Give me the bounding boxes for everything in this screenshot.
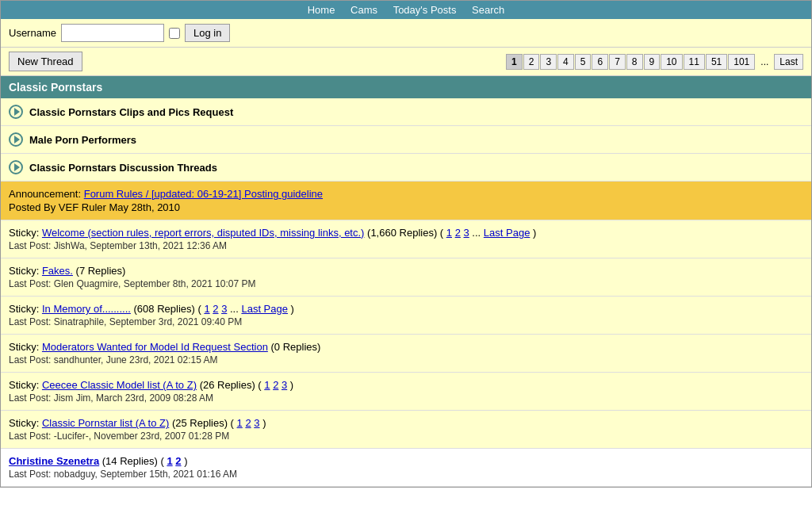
thread-row: Sticky: Fakes. (7 Replies) Last Post: Gl… bbox=[1, 258, 811, 297]
thread-lastpost: Last Post: Glen Quagmire, September 8th,… bbox=[9, 278, 803, 289]
thread-row: Sticky: Ceecee Classic Model list (A to … bbox=[1, 373, 811, 411]
sticky-label: Sticky: bbox=[9, 227, 39, 239]
nav-todays-posts[interactable]: Today's Posts bbox=[393, 4, 457, 16]
announcement-row: Announcement: Forum Rules / [updated: 06… bbox=[1, 182, 811, 220]
thread-page-1[interactable]: 1 bbox=[446, 227, 452, 239]
thread-reply-count: (1,660 Replies) ( bbox=[367, 227, 446, 239]
username-input[interactable] bbox=[61, 24, 164, 42]
sticky-label: Sticky: bbox=[9, 417, 39, 429]
new-thread-button[interactable]: New Thread bbox=[9, 52, 82, 71]
featured-page-2[interactable]: 2 bbox=[175, 455, 181, 467]
thread-page-3[interactable]: 3 bbox=[464, 227, 469, 239]
subforum-icon bbox=[9, 160, 23, 174]
thread-link[interactable]: In Memory of.......... bbox=[42, 303, 131, 315]
thread-page-3[interactable]: 3 bbox=[221, 303, 227, 315]
subforum-discussion-threads[interactable]: Classic Pornstars Discussion Threads bbox=[29, 162, 217, 174]
page-7[interactable]: 7 bbox=[609, 54, 626, 70]
page-10[interactable]: 10 bbox=[661, 54, 682, 70]
thread-link[interactable]: Fakes. bbox=[42, 265, 73, 277]
thread-reply-count: (0 Replies) bbox=[271, 341, 321, 353]
pagination-dots: ... bbox=[756, 55, 773, 69]
thread-lastpost: Last Post: JishWa, September 13th, 2021 … bbox=[9, 240, 803, 251]
login-button[interactable]: Log in bbox=[185, 24, 230, 42]
thread-lastpost: Last Post: Jism Jim, March 23rd, 2009 08… bbox=[9, 392, 803, 404]
thread-link[interactable]: Moderators Wanted for Model Id Request S… bbox=[42, 341, 268, 353]
page-6[interactable]: 6 bbox=[592, 54, 608, 70]
sticky-label: Sticky: bbox=[9, 341, 39, 353]
subforum-icon bbox=[9, 132, 23, 147]
thread-last-page[interactable]: Last Page bbox=[241, 303, 288, 315]
thread-lastpost: Last Post: Sinatraphile, September 3rd, … bbox=[9, 316, 803, 327]
thread-page-2[interactable]: 2 bbox=[273, 379, 278, 391]
thread-page-2[interactable]: 2 bbox=[213, 303, 218, 315]
sticky-label: Sticky: bbox=[9, 265, 39, 277]
subforum-row: Classic Pornstars Clips and Pics Request bbox=[1, 98, 811, 126]
page-5[interactable]: 5 bbox=[575, 54, 592, 70]
announcement-link[interactable]: Forum Rules / [updated: 06-19-21] Postin… bbox=[84, 188, 323, 200]
featured-thread-row: Christine Szenetra (14 Replies) ( 1 2 ) … bbox=[1, 449, 811, 487]
thread-last-page[interactable]: Last Page bbox=[484, 227, 530, 239]
subforum-male-performers[interactable]: Male Porn Performers bbox=[29, 134, 136, 146]
featured-page-1[interactable]: 1 bbox=[167, 455, 172, 467]
page-2[interactable]: 2 bbox=[523, 54, 540, 70]
thread-link[interactable]: Welcome (section rules, report errors, d… bbox=[42, 227, 365, 239]
thread-reply-count: (26 Replies) ( bbox=[200, 379, 265, 391]
page-4[interactable]: 4 bbox=[557, 54, 574, 70]
page-9[interactable]: 9 bbox=[644, 54, 661, 70]
thread-page-1[interactable]: 1 bbox=[237, 417, 243, 429]
top-navigation: Home Cams Today's Posts Search bbox=[1, 1, 811, 19]
page-11[interactable]: 11 bbox=[684, 54, 705, 70]
nav-home[interactable]: Home bbox=[308, 4, 335, 16]
thread-page-1[interactable]: 1 bbox=[204, 303, 209, 315]
thread-lastpost: Last Post: sandhunter, June 23rd, 2021 0… bbox=[9, 354, 803, 366]
sticky-label: Sticky: bbox=[9, 303, 39, 315]
thread-bar: New Thread 1 2 3 4 5 6 7 8 9 10 11 51 10… bbox=[1, 48, 811, 76]
thread-reply-count: (7 Replies) bbox=[76, 265, 126, 277]
thread-row: Sticky: Classic Pornstar list (A to Z) (… bbox=[1, 411, 811, 449]
thread-page-3[interactable]: 3 bbox=[282, 379, 287, 391]
thread-row: Sticky: Moderators Wanted for Model Id R… bbox=[1, 335, 811, 373]
page-last[interactable]: Last bbox=[774, 54, 803, 70]
thread-page-3[interactable]: 3 bbox=[254, 417, 259, 429]
subforum-clips-pics[interactable]: Classic Pornstars Clips and Pics Request bbox=[29, 106, 233, 118]
thread-link[interactable]: Ceecee Classic Model list (A to Z) bbox=[42, 379, 197, 391]
subforum-row: Classic Pornstars Discussion Threads bbox=[1, 154, 811, 182]
page-51[interactable]: 51 bbox=[706, 54, 727, 70]
thread-page-2[interactable]: 2 bbox=[245, 417, 251, 429]
sticky-label: Sticky: bbox=[9, 379, 39, 391]
featured-lastpost: Last Post: nobadguy, September 15th, 202… bbox=[9, 469, 803, 480]
login-bar: Username Log in bbox=[1, 19, 811, 48]
featured-thread-link[interactable]: Christine Szenetra bbox=[9, 455, 99, 467]
announcement-prefix: Announcement: bbox=[9, 188, 81, 200]
page-3[interactable]: 3 bbox=[540, 54, 557, 70]
remember-checkbox[interactable] bbox=[169, 28, 180, 39]
thread-lastpost: Last Post: -Lucifer-, November 23rd, 200… bbox=[9, 431, 803, 442]
thread-link[interactable]: Classic Pornstar list (A to Z) bbox=[42, 417, 169, 429]
announcement-posted: Posted By VEF Ruler May 28th, 2010 bbox=[9, 201, 803, 213]
featured-reply-count: (14 Replies) ( bbox=[102, 455, 167, 467]
thread-reply-count: (25 Replies) ( bbox=[172, 417, 237, 429]
page-1[interactable]: 1 bbox=[506, 54, 523, 70]
subforum-icon bbox=[9, 105, 23, 119]
pagination: 1 2 3 4 5 6 7 8 9 10 11 51 101 ... Last bbox=[506, 54, 803, 70]
thread-row: Sticky: In Memory of.......... (608 Repl… bbox=[1, 297, 811, 335]
thread-row: Sticky: Welcome (section rules, report e… bbox=[1, 220, 811, 258]
section-header: Classic Pornstars bbox=[1, 76, 811, 98]
nav-search[interactable]: Search bbox=[472, 4, 504, 16]
thread-page-1[interactable]: 1 bbox=[264, 379, 270, 391]
subforum-row: Male Porn Performers bbox=[1, 126, 811, 154]
username-label: Username bbox=[9, 27, 56, 39]
page-8[interactable]: 8 bbox=[626, 54, 643, 70]
nav-cams[interactable]: Cams bbox=[350, 4, 377, 16]
thread-reply-count: (608 Replies) ( bbox=[134, 303, 205, 315]
thread-page-2[interactable]: 2 bbox=[455, 227, 461, 239]
page-101[interactable]: 101 bbox=[728, 54, 755, 70]
